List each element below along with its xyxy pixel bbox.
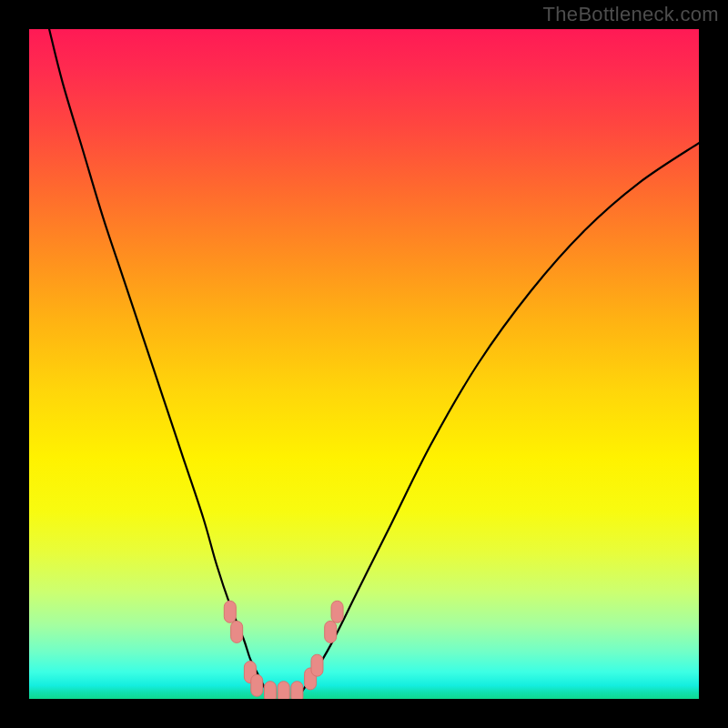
marker-point: [331, 601, 343, 622]
right-curve: [297, 143, 699, 699]
watermark-text: TheBottleneck.com: [543, 3, 719, 26]
markers-group: [224, 601, 343, 699]
marker-point: [264, 682, 276, 699]
marker-point: [278, 682, 289, 699]
marker-point: [251, 674, 263, 696]
marker-point: [325, 621, 337, 642]
left-curve: [49, 29, 270, 699]
marker-point: [231, 621, 243, 642]
chart-frame: TheBottleneck.com: [0, 0, 728, 728]
marker-point: [224, 601, 236, 622]
marker-point: [291, 682, 303, 699]
plot-area: [29, 29, 699, 699]
curves-svg: [29, 29, 699, 699]
marker-point: [311, 654, 323, 676]
